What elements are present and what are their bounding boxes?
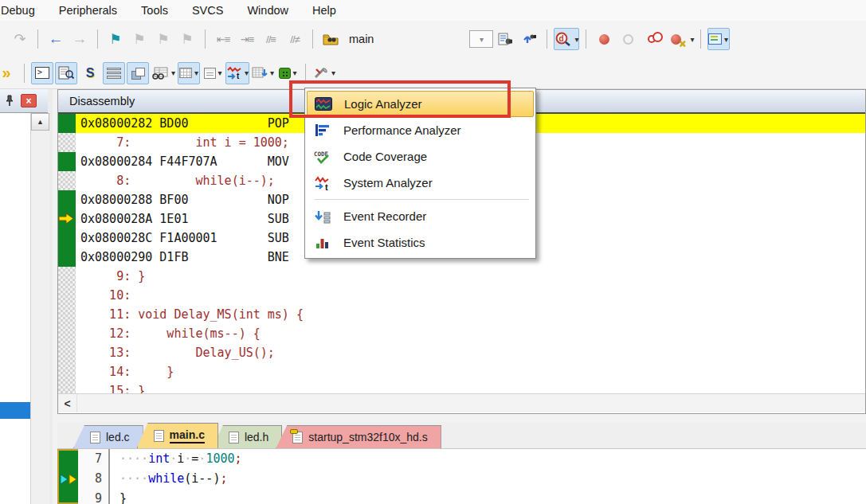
menu-svcs[interactable]: SVCS [180, 2, 236, 19]
code-token: ···· [120, 451, 148, 466]
step-button[interactable]: » [0, 62, 18, 84]
tab-led.h[interactable]: led.h [212, 425, 282, 448]
execution-gutter [58, 305, 76, 324]
chevron-down-icon: ▾ [480, 35, 484, 44]
tab-main.c[interactable]: main.c [137, 423, 218, 448]
navigate-forward-button[interactable]: → [69, 28, 91, 50]
current-statement-arrows [60, 474, 77, 485]
tab-led.c[interactable]: led.c [73, 425, 143, 448]
debug-magnifier-icon: d [554, 32, 572, 46]
watch-window-icon [151, 67, 169, 80]
keil-uvision-window: DebugPeripheralsToolsSVCSWindowHelp ↷ ← … [0, 0, 866, 504]
download-button[interactable] [518, 28, 540, 50]
disassembly-text: 15: } [76, 381, 145, 393]
menu-peripherals[interactable]: Peripherals [47, 2, 129, 19]
back-arrow-icon: ← [49, 30, 64, 48]
code-line: ····int·i·=·1000; [120, 449, 242, 469]
find-in-files-button[interactable] [319, 28, 342, 50]
line-number-column: 789 [78, 449, 110, 504]
yellow-arrow-icon [69, 474, 77, 485]
close-pane-button[interactable]: × [21, 94, 37, 107]
menu-item-label: Event Recorder [343, 209, 426, 223]
watch-window-button[interactable]: ▾ [151, 62, 176, 84]
call-stack-window-button[interactable] [127, 62, 149, 84]
menu-item-event-recorder[interactable]: Event Recorder [307, 203, 534, 229]
execution-gutter [58, 229, 76, 248]
disassembly-line: 9: } [58, 267, 865, 286]
disable-all-breakpoints-button[interactable] [641, 28, 663, 50]
execution-gutter [58, 171, 76, 190]
disassembly-text: 7: int i = 1000; [76, 133, 289, 152]
options-dropdown[interactable]: ▾ [469, 30, 493, 48]
menu-debug[interactable]: Debug [0, 2, 47, 19]
navigate-back-button[interactable]: ← [45, 28, 67, 50]
code-token: · [184, 451, 191, 466]
trace-window-button[interactable]: ▾ [251, 62, 275, 84]
unindent-button[interactable]: ⇤≡ [212, 28, 234, 50]
menu-tools[interactable]: Tools [129, 2, 180, 19]
analysis-windows-icon: t [226, 66, 242, 80]
svg-text:d: d [559, 34, 564, 43]
download-arrow-icon [522, 33, 536, 45]
menubar: DebugPeripheralsToolsSVCSWindowHelp [0, 0, 866, 21]
wrench-hammer-icon [313, 67, 329, 80]
memory-window-icon [179, 68, 192, 78]
unindent-icon: ⇤≡ [217, 33, 229, 45]
comment-button[interactable]: //≡ [260, 28, 282, 50]
toggle-breakpoint-button[interactable] [593, 28, 615, 50]
scroll-up-icon: ▲ [37, 118, 44, 126]
scroll-up-button[interactable]: ▲ [31, 113, 49, 131]
bookmark-prev-icon: ⚑ [133, 31, 145, 48]
disable-breakpoint-button[interactable] [617, 28, 639, 50]
menu-window[interactable]: Window [235, 2, 300, 19]
menu-help[interactable]: Help [300, 2, 348, 19]
disassembly-text: 12: while(ms--) { [76, 324, 261, 343]
clear-bookmarks-button[interactable]: ⚑ [176, 28, 198, 50]
current-pc-arrow-icon [58, 213, 74, 225]
pane-header: × [0, 89, 48, 113]
pin-icon[interactable] [5, 95, 14, 107]
execution-gutter [58, 209, 76, 229]
chevron-down-icon: ▾ [218, 68, 222, 77]
kill-all-breakpoints-button[interactable] [664, 28, 687, 50]
command-window-button[interactable]: > [31, 62, 53, 84]
menu-item-event-statistics[interactable]: Event Statistics [307, 229, 534, 256]
memory-window-button[interactable]: ▾ [178, 62, 200, 84]
folder-search-icon [323, 33, 339, 45]
uncomment-button[interactable]: //≠ [284, 28, 306, 50]
registers-window-icon [107, 68, 121, 79]
svg-text:t: t [237, 72, 240, 80]
menu-item-system-analyzer[interactable]: tSystem Analyzer [307, 170, 534, 196]
insert-bookmark-button[interactable]: ⚑ [104, 28, 127, 50]
registers-window-button[interactable] [103, 62, 125, 84]
menu-item-code-coverage[interactable]: CODECode Coverage [307, 143, 534, 170]
previous-bookmark-button[interactable]: ⚑ [128, 28, 151, 50]
next-bookmark-button[interactable]: ⚑ [152, 28, 174, 50]
redo-button[interactable]: ↷ [9, 28, 31, 50]
configure-flash-button[interactable] [494, 28, 516, 50]
scroll-left-button[interactable]: < [58, 394, 77, 412]
chevron-down-icon: ▾ [331, 68, 335, 77]
uncomment-icon: //≠ [290, 33, 299, 45]
execution-gutter [58, 286, 76, 305]
symbol-window-button[interactable]: S [79, 62, 101, 84]
indent-button[interactable]: ⇥≡ [236, 28, 258, 50]
tab-startup_stm32f10x_hd.s[interactable]: startup_stm32f10x_hd.s [276, 425, 441, 448]
breakpoint-kill-icon [671, 34, 681, 45]
separator [24, 64, 25, 83]
window-layout-button[interactable]: ▾ [707, 28, 730, 50]
code-token: (i--) [184, 471, 220, 486]
disassembly-text: 0x0800028C F1A00001 SUB [76, 229, 289, 248]
window-layout-icon [708, 33, 722, 45]
horizontal-scrollbar[interactable]: < [58, 393, 865, 412]
analysis-windows-button[interactable]: t ▾ [225, 62, 249, 84]
redo-icon: ↷ [14, 30, 25, 48]
disassembly-text: 0x08000290 D1FB BNE [76, 248, 289, 267]
vertical-scrollbar[interactable]: ▲ [30, 113, 49, 504]
code-column[interactable]: ····int·i·=·1000;····while(i--);} [110, 449, 242, 504]
debug-session-button[interactable]: d ▾ [554, 28, 579, 50]
menu-item-performance-analyzer[interactable]: Performance Analyzer [307, 117, 534, 143]
disassembly-window-button[interactable] [55, 62, 77, 84]
document-icon [90, 432, 100, 443]
serial-window-button[interactable]: ▾ [202, 62, 224, 84]
